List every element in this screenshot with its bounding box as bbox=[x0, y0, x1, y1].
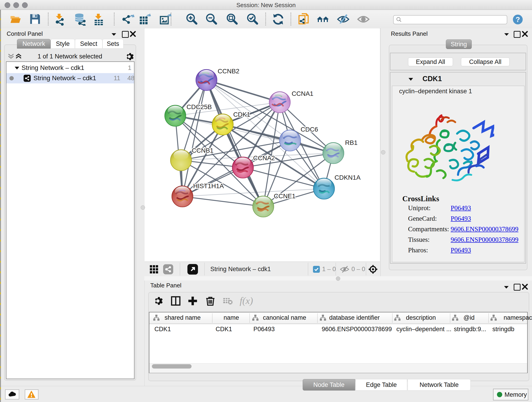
svg-text:CDC25B: CDC25B bbox=[186, 103, 212, 110]
svg-text:CCNA1: CCNA1 bbox=[292, 90, 313, 97]
svg-text:CDC6: CDC6 bbox=[301, 126, 318, 133]
svg-text:CCNE1: CCNE1 bbox=[274, 192, 296, 200]
svg-text:HIST1H1A: HIST1H1A bbox=[193, 182, 224, 190]
svg-text:CCNB2: CCNB2 bbox=[218, 68, 239, 75]
svg-text:RB1: RB1 bbox=[345, 139, 357, 146]
svg-text:CCNA2: CCNA2 bbox=[253, 154, 275, 162]
svg-text:CDKN1A: CDKN1A bbox=[335, 174, 361, 181]
svg-text:?: ? bbox=[515, 16, 520, 24]
svg-text:CDK1: CDK1 bbox=[233, 111, 250, 118]
svg-text:CCNB1: CCNB1 bbox=[192, 147, 214, 154]
